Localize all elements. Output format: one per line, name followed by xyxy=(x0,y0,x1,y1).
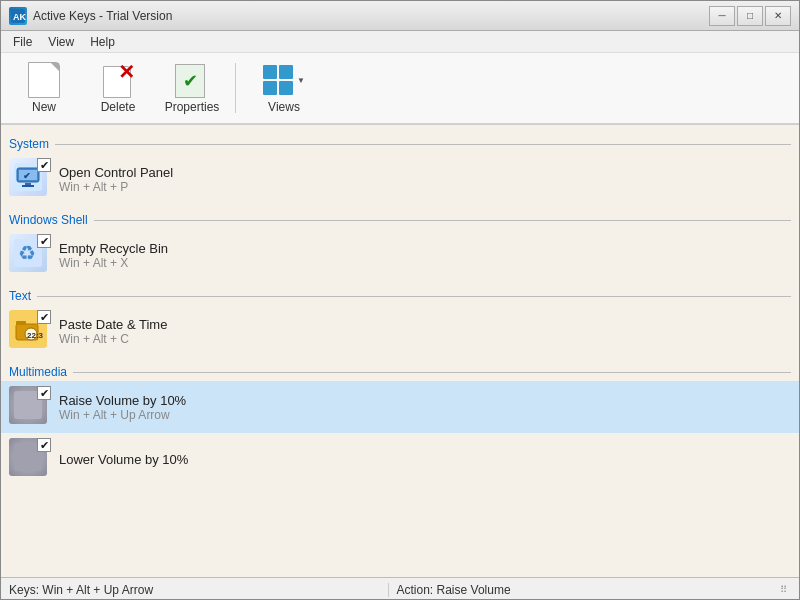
checkbox-check: ✔ xyxy=(40,440,49,451)
svg-rect-12 xyxy=(16,321,26,325)
hotkey-icon-wrap: ✔ ✔ xyxy=(9,158,51,200)
hotkey-icon-wrap: ♻ ✔ xyxy=(9,234,51,276)
hotkey-name: Raise Volume by 10% xyxy=(59,393,791,408)
new-label: New xyxy=(32,100,56,114)
checkbox-check: ✔ xyxy=(40,388,49,399)
svg-text:♻: ♻ xyxy=(18,242,36,264)
category-multimedia-line xyxy=(73,372,791,373)
hotkey-info: Paste Date & Time Win + Alt + C xyxy=(59,317,791,346)
checkbox-check: ✔ xyxy=(40,160,49,171)
properties-icon: ✔ xyxy=(174,62,210,98)
title-text: Active Keys - Trial Version xyxy=(33,9,172,23)
properties-button[interactable]: ✔ Properties xyxy=(157,57,227,119)
hotkey-name: Paste Date & Time xyxy=(59,317,791,332)
maximize-button[interactable]: □ xyxy=(737,6,763,26)
hotkey-info: Open Control Panel Win + Alt + P xyxy=(59,165,791,194)
category-text: Text 22:30 xyxy=(1,285,799,357)
properties-label: Properties xyxy=(165,100,220,114)
svg-text:22:30: 22:30 xyxy=(27,331,43,340)
hotkey-keys: Win + Alt + C xyxy=(59,332,791,346)
hotkey-checkbox[interactable]: ✔ xyxy=(37,158,51,172)
hotkey-icon-wrap: ✔ xyxy=(9,386,51,428)
status-bar: Keys: Win + Alt + Up Arrow Action: Raise… xyxy=(1,577,799,600)
delete-label: Delete xyxy=(101,100,136,114)
list-item[interactable]: ✔ ✔ Open Control Panel Win + Alt + P xyxy=(1,153,799,205)
svg-rect-7 xyxy=(22,185,34,187)
views-label: Views xyxy=(268,100,300,114)
hotkey-keys: Win + Alt + Up Arrow xyxy=(59,408,791,422)
hotkey-info: Lower Volume by 10% xyxy=(59,452,791,467)
checkbox-check: ✔ xyxy=(40,312,49,323)
views-icon: ▼ xyxy=(266,62,302,98)
resize-grip-icon: ⠿ xyxy=(775,582,791,598)
minimize-button[interactable]: ─ xyxy=(709,6,735,26)
close-button[interactable]: ✕ xyxy=(765,6,791,26)
category-windows-shell: Windows Shell ♻ ✔ xyxy=(1,209,799,281)
title-bar: AK Active Keys - Trial Version ─ □ ✕ xyxy=(1,1,799,31)
category-system: System ✔ xyxy=(1,133,799,205)
hotkey-info: Raise Volume by 10% Win + Alt + Up Arrow xyxy=(59,393,791,422)
menu-file[interactable]: File xyxy=(5,33,40,51)
hotkey-icon-wrap: 22:30 ✔ xyxy=(9,310,51,352)
status-action: Action: Raise Volume xyxy=(388,583,776,597)
checkbox-check: ✔ xyxy=(40,236,49,247)
category-system-header: System xyxy=(1,133,799,153)
svg-text:✔: ✔ xyxy=(23,171,31,181)
toolbar: New ✕ Delete ✔ Properties xyxy=(1,53,799,125)
hotkey-checkbox[interactable]: ✔ xyxy=(37,438,51,452)
app-icon: AK xyxy=(9,7,27,25)
category-multimedia-header: Multimedia xyxy=(1,361,799,381)
category-shell-line xyxy=(94,220,791,221)
hotkey-info: Empty Recycle Bin Win + Alt + X xyxy=(59,241,791,270)
list-item[interactable]: 22:30 ✔ Paste Date & Time Win + Alt + C xyxy=(1,305,799,357)
hotkey-keys: Win + Alt + X xyxy=(59,256,791,270)
new-button[interactable]: New xyxy=(9,57,79,119)
window-controls: ─ □ ✕ xyxy=(709,6,791,26)
hotkey-checkbox[interactable]: ✔ xyxy=(37,386,51,400)
hotkey-checkbox[interactable]: ✔ xyxy=(37,310,51,324)
hotkey-checkbox[interactable]: ✔ xyxy=(37,234,51,248)
toolbar-separator xyxy=(235,63,236,113)
category-text-line xyxy=(37,296,791,297)
menu-view[interactable]: View xyxy=(40,33,82,51)
menu-help[interactable]: Help xyxy=(82,33,123,51)
category-shell-header: Windows Shell xyxy=(1,209,799,229)
hotkey-name: Lower Volume by 10% xyxy=(59,452,791,467)
category-multimedia-label: Multimedia xyxy=(9,365,67,379)
category-text-label: Text xyxy=(9,289,31,303)
list-item[interactable]: ♻ ✔ Empty Recycle Bin Win + Alt + X xyxy=(1,229,799,281)
delete-button[interactable]: ✕ Delete xyxy=(83,57,153,119)
list-item[interactable]: ✔ Lower Volume by 10% xyxy=(1,433,799,485)
menu-bar: File View Help xyxy=(1,31,799,53)
title-bar-left: AK Active Keys - Trial Version xyxy=(9,7,172,25)
hotkey-icon-wrap: ✔ xyxy=(9,438,51,480)
svg-text:AK: AK xyxy=(13,12,26,22)
status-keys: Keys: Win + Alt + Up Arrow xyxy=(9,583,388,597)
views-button[interactable]: ▼ Views xyxy=(244,57,324,119)
category-system-line xyxy=(55,144,791,145)
hotkey-name: Open Control Panel xyxy=(59,165,791,180)
category-multimedia: Multimedia xyxy=(1,361,799,485)
hotkey-keys: Win + Alt + P xyxy=(59,180,791,194)
new-icon xyxy=(26,62,62,98)
delete-icon: ✕ xyxy=(100,62,136,98)
hotkey-name: Empty Recycle Bin xyxy=(59,241,791,256)
main-content: System ✔ xyxy=(1,125,799,577)
category-shell-label: Windows Shell xyxy=(9,213,88,227)
list-item[interactable]: ✔ Raise Volume by 10% Win + Alt + Up Arr… xyxy=(1,381,799,433)
category-system-label: System xyxy=(9,137,49,151)
category-text-header: Text xyxy=(1,285,799,305)
list-area[interactable]: System ✔ xyxy=(1,125,799,577)
